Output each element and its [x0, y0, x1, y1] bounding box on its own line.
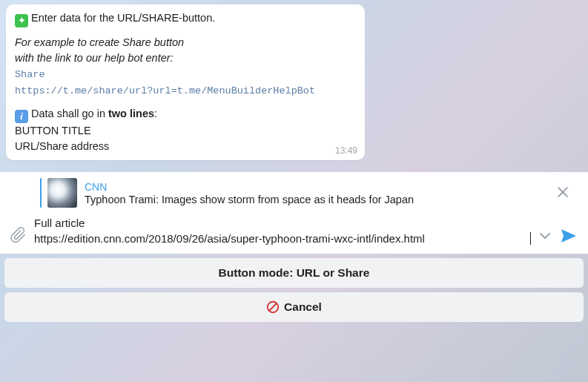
preview-source: CNN [85, 181, 551, 193]
preview-thumbnail [47, 178, 77, 208]
message-time: 13:49 [335, 145, 357, 157]
no-entry-icon [266, 300, 280, 314]
message-line-1: ✦Enter data for the URL/SHARE-button. [15, 10, 356, 27]
options-button[interactable] [538, 228, 552, 246]
msg-button-title: BUTTON TITLE [15, 123, 356, 139]
info-icon: i [15, 110, 28, 123]
preview-text: CNN Typhoon Trami: Images show storm fro… [85, 181, 551, 205]
msg-two-lines-bold: two lines [108, 108, 154, 119]
msg-mono-share: Share [15, 69, 45, 80]
paperclip-icon [10, 227, 27, 243]
button-mode-row[interactable]: Button mode: URL or Share [4, 258, 584, 288]
reply-stripe [40, 178, 42, 208]
close-preview-button[interactable] [551, 182, 575, 205]
msg-example-2: with the link to our help bot enter: [15, 52, 174, 64]
msg-enter-data: Enter data for the URL/SHARE-button. [31, 12, 215, 24]
preview-title: Typhoon Trami: Images show storm from sp… [85, 194, 551, 205]
msg-two-lines-post: : [154, 108, 157, 119]
send-button[interactable] [560, 227, 578, 246]
cancel-button[interactable]: Cancel [4, 292, 584, 322]
message-input[interactable]: Full article https://edition.cnn.com/201… [34, 215, 530, 246]
chat-area: ✦Enter data for the URL/SHARE-button. Fo… [0, 0, 588, 160]
link-preview: CNN Typhoon Trami: Images show storm fro… [0, 172, 588, 211]
msg-example-1: For example to create Share button [15, 36, 184, 48]
svg-line-1 [269, 303, 276, 310]
sparkle-icon: ✦ [15, 14, 28, 27]
input-zone: CNN Typhoon Trami: Images show storm fro… [0, 172, 588, 254]
msg-url-address: URL/Share address [15, 139, 356, 154]
compose-row: Full article https://edition.cnn.com/201… [0, 211, 588, 254]
bot-message: ✦Enter data for the URL/SHARE-button. Fo… [6, 4, 365, 160]
cancel-label: Cancel [284, 300, 322, 314]
send-icon [560, 227, 578, 245]
msg-mono-url: https://t.me/share/url?url=t.me/MenuBuil… [15, 85, 315, 96]
attach-button[interactable] [10, 227, 27, 246]
msg-two-lines: iData shall go in two lines: [15, 106, 356, 123]
button-mode-label: Button mode: URL or Share [219, 266, 370, 279]
chevron-down-icon [538, 228, 552, 243]
close-icon [557, 186, 569, 198]
msg-two-lines-pre: Data shall go in [31, 108, 108, 119]
